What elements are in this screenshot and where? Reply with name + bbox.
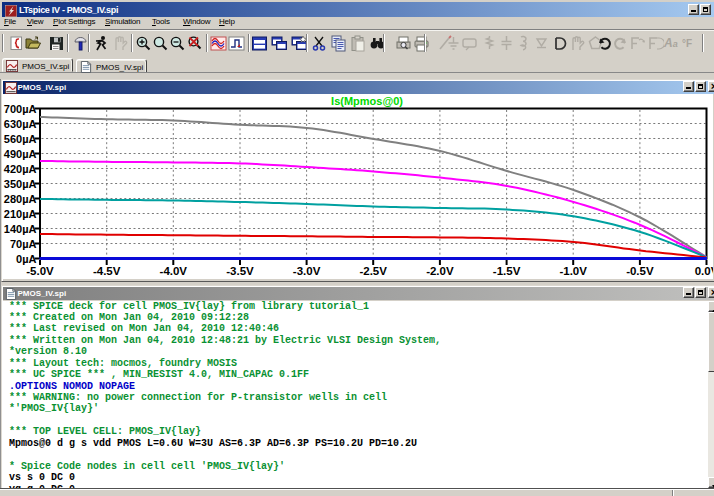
svg-text:280µA: 280µA bbox=[4, 193, 37, 205]
svg-text:-5.0V: -5.0V bbox=[26, 265, 54, 277]
svg-text:-4.0V: -4.0V bbox=[160, 265, 188, 277]
svg-text:630µA: 630µA bbox=[4, 118, 37, 130]
svg-text:-2.5V: -2.5V bbox=[359, 265, 387, 277]
svg-text:140µA: 140µA bbox=[4, 223, 37, 235]
svg-text:Is(Mpmos@0): Is(Mpmos@0) bbox=[331, 95, 403, 107]
svg-text:-1.0V: -1.0V bbox=[559, 265, 587, 277]
svg-text:-4.5V: -4.5V bbox=[93, 265, 121, 277]
svg-text:210µA: 210µA bbox=[4, 208, 37, 220]
svg-text:0µA: 0µA bbox=[16, 253, 36, 265]
svg-text:-1.5V: -1.5V bbox=[493, 265, 521, 277]
svg-text:700µA: 700µA bbox=[4, 103, 37, 115]
svg-text:-0.5V: -0.5V bbox=[626, 265, 654, 277]
svg-text:0.0V: 0.0V bbox=[695, 265, 713, 277]
svg-text:420µA: 420µA bbox=[4, 163, 37, 175]
svg-text:350µA: 350µA bbox=[4, 178, 37, 190]
svg-text:560µA: 560µA bbox=[4, 133, 37, 145]
svg-text:490µA: 490µA bbox=[4, 148, 37, 160]
svg-text:-3.5V: -3.5V bbox=[226, 265, 254, 277]
svg-text:-2.0V: -2.0V bbox=[426, 265, 454, 277]
svg-text:70µA: 70µA bbox=[10, 238, 37, 250]
svg-text:-3.0V: -3.0V bbox=[293, 265, 321, 277]
